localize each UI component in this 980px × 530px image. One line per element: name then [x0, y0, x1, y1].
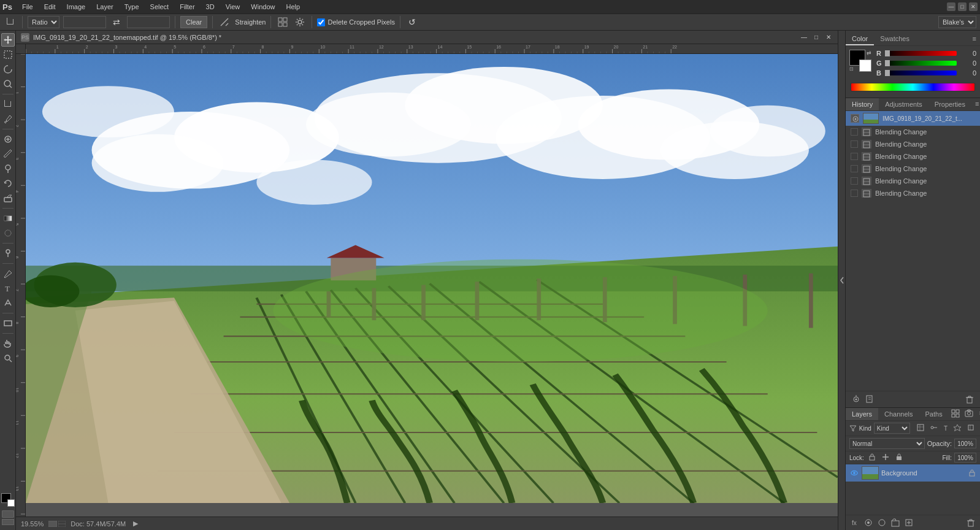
doc-maximize-btn[interactable]: □	[812, 33, 821, 42]
history-brush-tool[interactable]	[1, 177, 15, 190]
tab-paths[interactable]: Paths	[919, 408, 949, 420]
history-item-6[interactable]: Blending Change	[846, 187, 980, 199]
menu-view[interactable]: View	[221, 2, 245, 12]
layers-panel-menu-btn[interactable]: ≡	[976, 408, 980, 420]
blue-slider-thumb[interactable]	[885, 70, 890, 76]
hand-tool[interactable]	[1, 337, 15, 350]
history-item-5[interactable]: Blending Change	[846, 175, 980, 187]
tab-swatches[interactable]: Swatches	[874, 33, 916, 45]
eyedropper-tool[interactable]	[1, 112, 15, 126]
color-panel-menu-btn[interactable]: ≡	[969, 33, 980, 45]
red-slider-thumb[interactable]	[885, 50, 890, 56]
quick-select-tool[interactable]	[1, 77, 15, 91]
layers-panel-camera-btn[interactable]	[962, 408, 976, 420]
fill-input[interactable]	[954, 453, 976, 463]
history-checkbox-4[interactable]	[851, 165, 858, 172]
delete-layer-btn[interactable]	[965, 517, 976, 528]
restore-app-btn[interactable]: □	[958, 2, 967, 11]
swap-colors-btn[interactable]: ⇄	[867, 50, 871, 56]
zoom-tool[interactable]	[1, 351, 15, 365]
menu-filter[interactable]: Filter	[175, 2, 199, 12]
layer-visibility-toggle[interactable]	[849, 468, 859, 478]
gradient-tool[interactable]	[1, 212, 15, 225]
color-spectrum[interactable]	[851, 83, 975, 91]
dodge-tool[interactable]	[1, 247, 15, 260]
history-item-4[interactable]: Blending Change	[846, 163, 980, 175]
tab-color[interactable]: Color	[846, 33, 874, 45]
move-tool[interactable]	[1, 33, 15, 47]
delete-cropped-label[interactable]: Delete Cropped Pixels	[317, 18, 394, 26]
tab-adjustments[interactable]: Adjustments	[879, 98, 928, 110]
create-document-from-state-btn[interactable]	[864, 394, 875, 405]
rectangular-marquee-tool[interactable]	[1, 48, 15, 61]
text-tool[interactable]: T	[1, 282, 15, 295]
history-item-3[interactable]: Blending Change	[846, 150, 980, 163]
menu-3d[interactable]: 3D	[201, 2, 220, 12]
history-checkbox-3[interactable]	[851, 153, 858, 160]
filter-adjustment-btn[interactable]	[928, 423, 940, 433]
canvas-content[interactable]	[26, 54, 838, 503]
create-snapshot-btn[interactable]	[851, 394, 862, 405]
menu-edit[interactable]: Edit	[39, 2, 61, 12]
swap-dimensions-icon[interactable]: ⇄	[110, 15, 123, 29]
history-checkbox-2[interactable]	[851, 140, 858, 148]
background-color-swatch[interactable]	[7, 499, 15, 507]
history-checkbox-6[interactable]	[851, 190, 858, 197]
opacity-input[interactable]	[954, 439, 976, 448]
green-slider-track[interactable]	[885, 61, 957, 66]
clear-button[interactable]: Clear	[180, 16, 207, 28]
timeline-arrow[interactable]: ▶	[133, 520, 138, 528]
filter-shape-btn[interactable]	[952, 423, 963, 433]
pen-tool[interactable]	[1, 267, 15, 280]
create-adjustment-layer-btn[interactable]	[876, 517, 887, 528]
history-item-1[interactable]: Blending Change	[846, 126, 980, 138]
rotate-icon[interactable]: ↺	[405, 15, 419, 29]
ratio-select[interactable]: Ratio	[28, 16, 59, 28]
brush-tool[interactable]	[1, 147, 15, 161]
close-app-btn[interactable]: ✕	[969, 2, 978, 11]
filter-type-btn[interactable]: T	[942, 424, 949, 432]
lasso-tool[interactable]	[1, 63, 15, 76]
crop-tool[interactable]	[1, 98, 15, 111]
bg-swatch[interactable]	[859, 60, 871, 72]
history-panel-menu-btn[interactable]: ≡	[971, 98, 980, 110]
menu-window[interactable]: Window	[246, 2, 280, 12]
history-checkbox-5[interactable]	[851, 177, 858, 185]
menu-help[interactable]: Help	[281, 2, 305, 12]
menu-select[interactable]: Select	[145, 2, 174, 12]
reset-colors-btn[interactable]: ⊡	[849, 66, 854, 72]
doc-minimize-btn[interactable]: —	[800, 33, 808, 42]
history-item-2[interactable]: Blending Change	[846, 138, 980, 150]
delete-state-btn[interactable]	[964, 394, 975, 405]
straighten-icon[interactable]	[218, 15, 231, 29]
screen-mode-btn[interactable]	[2, 519, 14, 525]
layers-panel-arrange-btn[interactable]	[949, 408, 962, 420]
add-layer-style-btn[interactable]: fx	[849, 517, 860, 528]
add-mask-btn[interactable]	[863, 517, 874, 528]
clone-stamp-tool[interactable]	[1, 162, 15, 175]
tab-channels[interactable]: Channels	[878, 408, 919, 420]
lock-pixels-btn[interactable]	[867, 453, 878, 463]
create-group-btn[interactable]	[890, 517, 901, 528]
tab-properties[interactable]: Properties	[928, 98, 971, 110]
minimize-app-btn[interactable]: —	[947, 2, 955, 11]
delete-cropped-checkbox[interactable]	[317, 18, 325, 26]
filter-smart-btn[interactable]	[965, 423, 976, 433]
menu-file[interactable]: File	[17, 2, 38, 12]
create-layer-btn[interactable]	[903, 517, 914, 528]
profile-dropdown[interactable]: Blake's	[938, 16, 976, 28]
lock-all-btn[interactable]	[894, 453, 905, 463]
blue-slider-track[interactable]	[885, 71, 957, 75]
height-input[interactable]	[127, 16, 170, 28]
grid-overlay-icon[interactable]	[276, 15, 289, 29]
quick-mask-btn[interactable]	[2, 510, 14, 518]
healing-brush-tool[interactable]	[1, 132, 15, 146]
filter-pixel-btn[interactable]	[915, 423, 926, 433]
path-select-tool[interactable]	[1, 296, 15, 310]
kind-select[interactable]: Kind	[874, 423, 910, 434]
crop-tool-icon[interactable]	[4, 15, 17, 29]
green-slider-thumb[interactable]	[885, 60, 890, 66]
blur-tool[interactable]	[1, 226, 15, 240]
menu-type[interactable]: Type	[120, 2, 144, 12]
doc-close-btn[interactable]: ✕	[824, 33, 833, 42]
